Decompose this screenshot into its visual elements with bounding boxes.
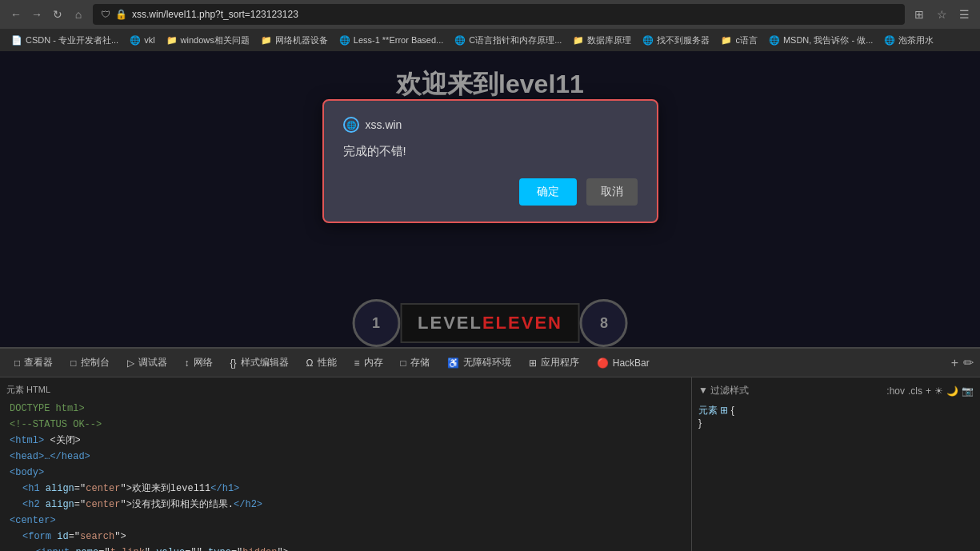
code-line-html: <html> <关闭> [6, 433, 685, 449]
bookmark-icon-c: 🌐 [454, 35, 466, 46]
tab-style-editor-label: 样式编辑器 [241, 356, 289, 369]
code-line-status: <!--STATUS OK--> [6, 417, 685, 433]
bookmark-icon-network: 📁 [261, 35, 272, 46]
bookmark-icon-tea: 🌐 [884, 35, 895, 46]
close-brace: } [698, 417, 702, 429]
styles-content: 元素 ⊞ { } [698, 404, 974, 429]
tab-network[interactable]: ↕ 网络 [177, 351, 221, 374]
refresh-button[interactable]: ↻ [50, 6, 66, 22]
level-number-left: 1 [352, 299, 400, 347]
lock-icon: 🔒 [115, 9, 127, 20]
debugger-icon: ▷ [127, 357, 134, 369]
bookmark-tea[interactable]: 🌐 泡茶用水 [879, 33, 938, 48]
shield-icon: 🛡 [101, 9, 110, 20]
head-tag: <head>…</head> [10, 451, 90, 462]
bookmark-c-pointer[interactable]: 🌐 C语言指针和内存原理... [450, 33, 566, 48]
tab-console[interactable]: □ 控制台 [62, 351, 117, 374]
styles-panel: ▼ 过滤样式 :hov .cls + ☀ 🌙 📷 元素 ⊞ { } [692, 377, 980, 551]
open-brace: { [731, 405, 734, 416]
bookmark-less1[interactable]: 🌐 Less-1 **Error Based... [334, 34, 449, 47]
code-line-h1: <h1 align="center">欢迎来到level11</h1> [6, 481, 685, 497]
bookmark-csdn[interactable]: 📄 CSDN - 专业开发者社... [6, 33, 123, 48]
bookmark-msdn[interactable]: 🌐 MSDN, 我告诉你 - 做... [764, 33, 878, 48]
code-line-h2: <h2 align="center">没有找到和相关的结果.</h2> [6, 497, 685, 513]
back-button[interactable]: ← [8, 6, 24, 22]
url-text: xss.win/level11.php?t_sort=123123123 [132, 9, 897, 20]
bookmark-label-less1: Less-1 **Error Based... [354, 35, 444, 45]
bookmark-db[interactable]: 📁 数据库原理 [568, 33, 636, 48]
dialog-buttons: 确定 取消 [343, 178, 638, 206]
code-line-t-link: <input name="t_link" value="" type="hidd… [6, 545, 685, 551]
code-line-doctype: DOCTYPE html> [6, 401, 685, 417]
tab-style-editor[interactable]: {} 样式编辑器 [222, 351, 297, 374]
tab-performance[interactable]: Ω 性能 [298, 351, 345, 374]
code-line-center: <center> [6, 513, 685, 529]
bookmark-icon-vkl: 🌐 [130, 35, 141, 46]
bookmark-clang[interactable]: 📁 c语言 [716, 33, 762, 48]
accessibility-icon: ♿ [447, 357, 459, 369]
home-button[interactable]: ⌂ [70, 6, 86, 22]
html-panel-header: 元素 HTML [6, 384, 685, 396]
tab-accessibility[interactable]: ♿ 无障碍环境 [439, 351, 519, 374]
eleven-word: ELEVEN [482, 313, 562, 333]
bookmark-windows[interactable]: 📁 windows相关问题 [162, 33, 254, 48]
level-logo: 1 LEVEL ELEVEN 8 [352, 299, 628, 347]
bookmark-label-windows: windows相关问题 [181, 34, 250, 46]
tab-hackbar[interactable]: 🔴 HackBar [589, 353, 658, 373]
tab-performance-label: 性能 [318, 356, 337, 369]
code-line-body: <body> [6, 465, 685, 481]
bookmark-icon-less1: 🌐 [339, 35, 350, 46]
nav-buttons: ← → ↻ ⌂ [8, 6, 86, 22]
tab-storage-label: 存储 [410, 356, 430, 369]
page-content: 欢迎来到level11 没有找到相关的结果. 🌐 xss.win 完成的不错! … [0, 51, 980, 347]
tab-application[interactable]: ⊞ 应用程序 [521, 351, 587, 374]
bookmark-server[interactable]: 🌐 找不到服务器 [638, 33, 714, 48]
tab-accessibility-label: 无障碍环境 [463, 356, 511, 369]
code-line-form: <form id="search"> [6, 529, 685, 545]
tab-network-label: 网络 [194, 356, 213, 369]
devtools-content: 元素 HTML DOCTYPE html> <!--STATUS OK--> <… [0, 377, 980, 551]
bookmark-label-network: 网络机器设备 [275, 34, 328, 46]
dialog-cancel-button[interactable]: 取消 [586, 178, 638, 206]
level-text-banner: LEVEL ELEVEN [400, 303, 580, 343]
globe-icon: 🌐 [343, 117, 359, 133]
forward-button[interactable]: → [29, 6, 45, 22]
bookmark-icon-clang: 📁 [721, 35, 732, 46]
bookmark-label-csdn: CSDN - 专业开发者社... [26, 34, 118, 46]
address-bar[interactable]: 🛡 🔒 xss.win/level11.php?t_sort=123123123 [93, 4, 905, 25]
menu-icon[interactable]: ☰ [956, 8, 972, 21]
bookmark-icon-msdn: 🌐 [769, 35, 780, 46]
tab-storage[interactable]: □ 存储 [393, 351, 438, 374]
tab-memory[interactable]: ≡ 内存 [346, 351, 391, 374]
extensions-icon[interactable]: ⊞ [911, 8, 927, 21]
tab-debugger-label: 调试器 [138, 356, 167, 369]
devtools-toolbar: □ 查看器 □ 控制台 ▷ 调试器 ↕ 网络 {} 样式编辑器 Ω 性能 ≡ 内… [0, 349, 980, 377]
screenshot-icon[interactable]: 📷 [962, 385, 974, 397]
tab-debugger[interactable]: ▷ 调试器 [119, 351, 175, 374]
tab-memory-label: 内存 [364, 356, 383, 369]
bookmark-icon[interactable]: ☆ [934, 8, 950, 21]
body-tag: <body> [10, 467, 44, 478]
bookmark-label-tea: 泡茶用水 [898, 34, 934, 46]
add-rule-button[interactable]: + [951, 356, 958, 370]
dialog-confirm-button[interactable]: 确定 [519, 178, 577, 206]
status-text: <!--STATUS OK--> [10, 419, 102, 430]
moon-icon: 🌙 [946, 385, 958, 397]
toolbar-icons: ⊞ ☆ ☰ [911, 8, 972, 21]
bookmark-icon-db: 📁 [573, 35, 584, 46]
tab-inspector-label: 查看器 [24, 356, 53, 369]
bookmarks-bar: 📄 CSDN - 专业开发者社... 🌐 vkl 📁 windows相关问题 📁… [0, 29, 980, 51]
pick-element-button[interactable]: ✏ [963, 355, 974, 370]
tab-inspector[interactable]: □ 查看器 [6, 351, 61, 374]
bookmark-vkl[interactable]: 🌐 vkl [125, 34, 159, 47]
pseudo-toggle[interactable]: :hov [886, 385, 905, 397]
console-icon: □ [70, 357, 76, 369]
level-word: LEVEL [418, 313, 482, 333]
bookmark-network[interactable]: 📁 网络机器设备 [256, 33, 333, 48]
bookmark-label-server: 找不到服务器 [657, 34, 710, 46]
bookmark-icon-server: 🌐 [642, 35, 654, 46]
html-tag: <html> [10, 435, 44, 446]
add-styles-button[interactable]: + [926, 385, 931, 397]
memory-icon: ≡ [354, 357, 360, 369]
cls-toggle[interactable]: .cls [908, 385, 922, 397]
